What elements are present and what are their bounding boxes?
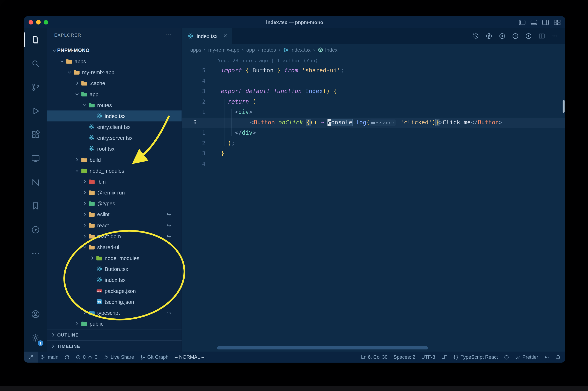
tree-item-node-modules[interactable]: node_modules (47, 165, 182, 176)
sidebar-more-actions-icon[interactable]: ⋯ (165, 31, 172, 39)
chevron-right-icon[interactable] (89, 255, 95, 261)
tree-item-bin[interactable]: .bin (47, 176, 182, 187)
line-number[interactable]: 5 (182, 66, 208, 76)
chevron-right-icon[interactable] (81, 233, 87, 239)
chevron-down-icon[interactable] (81, 244, 87, 250)
problems[interactable]: 00 (73, 352, 100, 363)
circle-dot-icon[interactable] (498, 32, 506, 40)
tree-item-index-tsx[interactable]: index.tsx (47, 110, 182, 121)
code-editor[interactable]: You, 23 hours ago | 1 author (You) 5impo… (182, 56, 565, 352)
search-icon[interactable] (24, 53, 47, 74)
tree-item-root-tsx[interactable]: root.tsx (47, 143, 182, 154)
git-branch[interactable]: main (38, 352, 62, 363)
chevron-down-icon[interactable] (74, 168, 80, 174)
line-number[interactable]: 2 (182, 138, 208, 148)
tree-item-routes[interactable]: routes (47, 99, 182, 110)
code-line[interactable]: 5import { Button } from 'shared-ui'; (182, 66, 565, 76)
tree-item-tsconfig-json[interactable]: TStsconfig.json (47, 296, 182, 307)
close-window-button[interactable] (29, 20, 33, 24)
chevron-right-icon[interactable] (81, 310, 87, 315)
breadcrumb-item-index[interactable]: Index (318, 47, 338, 52)
tree-item-typescript[interactable]: typescript↪ (47, 307, 182, 318)
formatter[interactable]: Prettier (512, 352, 541, 363)
circle-arrow-icon[interactable] (512, 32, 519, 40)
tree-item-button-tsx[interactable]: Button.tsx (47, 264, 182, 275)
outline-section[interactable]: OUTLINE (47, 329, 182, 340)
tree-item-remix-run[interactable]: @remix-run (47, 187, 182, 198)
tree-item-eslint[interactable]: eslint↪ (47, 209, 182, 220)
tree-item-entry-server-tsx[interactable]: entry.server.tsx (47, 132, 182, 143)
tab-index-tsx[interactable]: index.tsx × (182, 28, 232, 44)
chevron-right-icon[interactable] (81, 222, 87, 228)
live-share[interactable]: Live Share (100, 352, 137, 363)
run-debug-icon[interactable] (24, 100, 47, 121)
vim-mode[interactable]: -- NORMAL -- (172, 352, 207, 363)
chevron-right-icon[interactable] (81, 179, 87, 184)
breadcrumb-item-index-tsx[interactable]: index.tsx (283, 47, 310, 52)
line-number[interactable]: 2 (182, 97, 208, 107)
line-number[interactable]: 1 (182, 128, 208, 138)
eol[interactable]: LF (438, 352, 450, 363)
chevron-down-icon[interactable] (66, 69, 72, 75)
close-icon[interactable]: × (223, 32, 227, 40)
breadcrumb-item-app[interactable]: app (246, 47, 255, 52)
customize-layout-icon[interactable] (554, 19, 561, 25)
history-icon[interactable] (472, 32, 480, 40)
timeline-section[interactable]: TIMELINE (47, 340, 182, 352)
code-line[interactable]: 1 </div> (182, 128, 565, 138)
encoding[interactable]: UTF-8 (418, 352, 438, 363)
tree-item-apps[interactable]: apps (47, 56, 182, 67)
remote-indicator[interactable] (24, 352, 38, 363)
tree-item-app[interactable]: app (47, 89, 182, 99)
language-mode[interactable]: {}TypeScript React (450, 352, 501, 363)
settings-icon[interactable]: 1 (24, 327, 47, 348)
horizontal-scrollbar[interactable] (217, 346, 428, 349)
tree-item-node-modules[interactable]: node_modules (47, 252, 182, 263)
code-line[interactable]: 1 <div> (182, 107, 565, 117)
chevron-right-icon[interactable] (74, 157, 80, 163)
tree-item-public[interactable]: public (47, 318, 182, 329)
breadcrumb-item-my-remix-app[interactable]: my-remix-app (208, 47, 239, 52)
accounts-icon[interactable] (24, 303, 47, 325)
play-circle2-icon[interactable] (525, 32, 532, 40)
sync-changes[interactable] (62, 352, 73, 363)
split-icon[interactable] (538, 32, 545, 40)
chevron-right-icon[interactable] (74, 320, 80, 326)
code-line[interactable]: 3} (182, 148, 565, 159)
tree-item-entry-client-tsx[interactable]: entry.client.tsx (47, 121, 182, 132)
screencast[interactable] (541, 352, 552, 363)
chevron-down-icon[interactable] (51, 47, 57, 53)
chevron-right-icon[interactable] (81, 211, 87, 217)
extensions-icon[interactable] (24, 124, 47, 145)
tree-item-react[interactable]: react↪ (47, 220, 182, 231)
notifications[interactable] (552, 352, 564, 363)
line-number[interactable]: 3 (182, 86, 208, 97)
code-line[interactable]: 6 <Button onClick={() ⇒ console.log(mess… (182, 117, 565, 128)
breadcrumb-item-routes[interactable]: routes (262, 47, 276, 52)
tree-item-types[interactable]: @types (47, 198, 182, 209)
vertical-scrollbar[interactable] (563, 100, 565, 113)
git-graph[interactable]: Git Graph (137, 352, 172, 363)
toggle-panel-bottom-icon[interactable] (530, 19, 537, 25)
feedback[interactable] (501, 352, 512, 363)
cursor-position[interactable]: Ln 6, Col 30 (358, 352, 391, 363)
tree-item-my-remix-app[interactable]: my-remix-app (47, 67, 182, 78)
tree-item-index-tsx[interactable]: index.tsx (47, 275, 182, 285)
chevron-right-icon[interactable] (81, 200, 87, 206)
indentation[interactable]: Spaces: 2 (391, 352, 418, 363)
code-line[interactable]: 2 ); (182, 138, 565, 148)
tree-item-react-dom[interactable]: react-dom↪ (47, 231, 182, 242)
code-line[interactable]: 4 (182, 159, 565, 169)
breadcrumb-item-apps[interactable]: apps (190, 47, 201, 52)
chevron-down-icon[interactable] (59, 58, 65, 64)
more-views-icon[interactable] (24, 243, 47, 264)
minimize-window-button[interactable] (36, 20, 41, 24)
remote-explorer-icon[interactable] (24, 148, 47, 169)
compare-icon[interactable] (486, 32, 492, 40)
code-line[interactable]: 3export default function Index() { (182, 86, 565, 97)
tree-item-package-json[interactable]: npmpackage.json (47, 285, 182, 296)
source-control-icon[interactable] (24, 77, 47, 98)
tree-item-shared-ui[interactable]: shared-ui (47, 242, 182, 252)
code-line[interactable]: 2 return ( (182, 97, 565, 107)
tree-item-cache[interactable]: .cache (47, 78, 182, 89)
